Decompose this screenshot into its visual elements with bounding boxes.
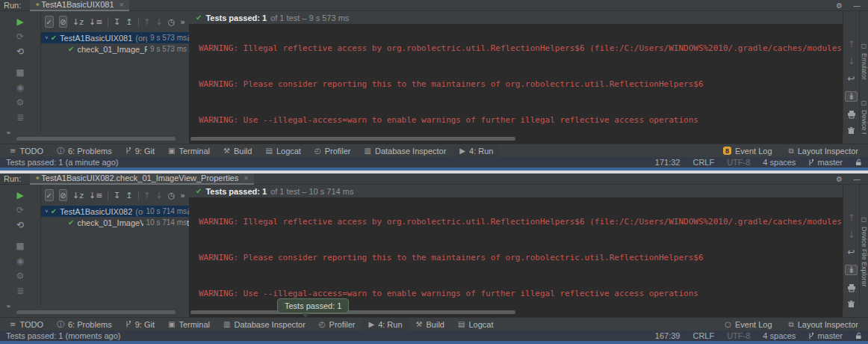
import-tests-button[interactable]: ≣	[16, 113, 24, 122]
minimize-icon[interactable]: —	[853, 1, 861, 10]
tool-window-button-emulator[interactable]: ▢Emulator	[861, 43, 868, 80]
collapse-all-icon[interactable]: ↥	[125, 191, 132, 200]
stop-button[interactable]: ■	[16, 68, 24, 77]
tool-window-button-database-inspector[interactable]: ▥Database Inspector	[217, 318, 312, 331]
test-history-icon[interactable]: ◷	[168, 18, 176, 26]
layout-inspector-button[interactable]: ⧉Layout Inspector	[782, 318, 865, 331]
lock-icon[interactable]	[855, 159, 862, 166]
console-horizontal-scrollbar[interactable]	[190, 310, 515, 314]
line-separator[interactable]: CRLF	[692, 331, 714, 340]
previous-failed-icon[interactable]: ↑	[143, 191, 150, 200]
tool-window-button-run[interactable]: ▶4: Run	[362, 318, 409, 331]
test-history-icon[interactable]: ◷	[168, 191, 176, 200]
indent-setting[interactable]: 4 spaces	[763, 158, 796, 167]
tool-window-button-problems[interactable]: ⓘ6: Problems	[50, 144, 119, 158]
sort-by-duration-icon[interactable]: ↓≡	[89, 191, 102, 200]
rerun-button[interactable]: ▶	[16, 17, 23, 26]
expand-all-icon[interactable]: ↧	[114, 191, 120, 200]
toolbar-more-icon[interactable]: »	[180, 17, 185, 27]
caret-position[interactable]: 167:39	[655, 331, 681, 340]
rerun-button[interactable]: ▶	[16, 191, 23, 200]
up-stacktrace-icon[interactable]: ↑	[847, 213, 855, 222]
collapse-all-icon[interactable]: ↥	[125, 18, 132, 26]
tool-window-button-git[interactable]: 9: Git	[119, 144, 161, 158]
caret-position[interactable]: 171:32	[655, 158, 681, 167]
tool-window-button-todo[interactable]: ≡TODO	[3, 318, 50, 331]
next-failed-icon[interactable]: ↓	[155, 191, 162, 200]
panel-controls: ⚙ —	[836, 175, 861, 183]
sort-alphabetically-icon[interactable]: ↓z	[72, 18, 84, 26]
minimize-icon[interactable]: —	[853, 175, 861, 183]
event-log-button[interactable]: 8Event Log	[716, 144, 779, 158]
tool-window-button-build[interactable]: ⚒Build	[217, 144, 258, 158]
tool-window-button-logcat[interactable]: ▤Logcat	[451, 318, 500, 331]
tree-horizontal-scrollbar[interactable]	[16, 137, 176, 141]
run-config-tab[interactable]: ◂▸ TestA1BasicUIX082.check_01_ImageView_…	[30, 173, 253, 185]
tree-horizontal-scrollbar[interactable]	[16, 310, 176, 314]
rerun-failed-tests-button[interactable]: ⟳	[16, 32, 24, 41]
expand-all-icon[interactable]: ↧	[114, 18, 120, 26]
rerun-failed-tests-button[interactable]: ⟳	[16, 206, 24, 215]
gear-icon[interactable]: ⚙	[836, 175, 843, 183]
run-config-tab[interactable]: ◂▸ TestA1BasicUIX081 ×	[30, 0, 129, 11]
tool-window-button-terminal[interactable]: ▣Terminal	[161, 318, 217, 331]
down-stacktrace-icon[interactable]: ↓	[847, 230, 855, 239]
toggle-auto-test-button[interactable]: ⟲	[16, 47, 24, 56]
sort-by-duration-icon[interactable]: ↓≡	[89, 18, 102, 26]
indent-setting[interactable]: 4 spaces	[763, 331, 796, 340]
tool-window-button-problems[interactable]: ⓘ6: Problems	[50, 318, 119, 331]
build-hammer-icon: ⚒	[223, 147, 230, 155]
show-ignored-toggle[interactable]: ⊘	[59, 189, 68, 201]
tool-window-button-terminal[interactable]: ▣Terminal	[161, 144, 217, 158]
screenshot-button[interactable]: ◉	[16, 257, 24, 265]
git-branch-widget[interactable]: master	[808, 331, 843, 340]
tool-window-button-run[interactable]: ▶4: Run	[453, 144, 500, 158]
tool-window-button-git[interactable]: 9: Git	[119, 318, 161, 331]
layout-inspector-button[interactable]: ⧉Layout Inspector	[782, 144, 865, 158]
tool-window-button-todo[interactable]: ≡TODO	[3, 144, 50, 158]
up-stacktrace-icon[interactable]: ↑	[847, 40, 855, 49]
test-settings-button[interactable]: ⚙	[16, 98, 25, 107]
down-stacktrace-icon[interactable]: ↓	[847, 57, 855, 66]
print-icon[interactable]	[847, 283, 856, 292]
console-horizontal-scrollbar[interactable]	[190, 137, 515, 141]
line-separator[interactable]: CRLF	[692, 158, 714, 167]
test-settings-button[interactable]: ⚙	[16, 271, 25, 280]
show-passed-toggle[interactable]: ✓	[45, 189, 54, 201]
import-tests-button[interactable]: ≣	[16, 286, 24, 295]
toolbar-more-icon[interactable]: »	[180, 191, 185, 200]
tool-window-button-logcat[interactable]: ▤Logcat	[258, 144, 307, 158]
test-tree-root-row[interactable]: ˅ ✔ TestA1BasicUIX082 (org.aplas.basica …	[41, 206, 189, 217]
tool-window-button-profiler[interactable]: ◴Profiler	[312, 318, 362, 331]
test-tree-child-row[interactable]: ✔ check_01_ImageView_Properties 10 s 714…	[41, 217, 189, 228]
toggle-auto-test-button[interactable]: ⟲	[16, 221, 24, 230]
print-icon[interactable]	[847, 110, 856, 119]
tool-window-button-profiler[interactable]: ◴Profiler	[308, 144, 358, 158]
soft-wrap-icon[interactable]: ↩	[847, 74, 855, 83]
git-branch-widget[interactable]: master	[808, 158, 843, 167]
soft-wrap-icon[interactable]: ↩	[847, 248, 855, 257]
screenshot-button[interactable]: ◉	[16, 83, 24, 92]
show-passed-toggle[interactable]: ✓	[45, 16, 54, 28]
file-encoding[interactable]: UTF-8	[727, 331, 750, 340]
chevron-down-icon[interactable]: ˅	[45, 208, 49, 215]
stop-button[interactable]: ■	[16, 242, 24, 251]
scroll-to-end-icon[interactable]: ↡	[845, 91, 858, 102]
gear-icon[interactable]: ⚙	[836, 1, 843, 10]
close-icon[interactable]: ×	[244, 173, 248, 182]
show-ignored-toggle[interactable]: ⊘	[59, 16, 68, 28]
test-tree-root-row[interactable]: ˅ ✔ TestA1BasicUIX081 (org.aplas.basica …	[41, 32, 189, 43]
chevron-down-icon[interactable]: ˅	[45, 34, 49, 41]
tool-window-button-device-file-explorer[interactable]: ▢Device File Explorer	[861, 216, 868, 287]
event-log-button[interactable]: ○Event Log	[718, 318, 778, 331]
test-tree-child-row[interactable]: ✔ check_01_Image_Resources 9 s 573 ms	[41, 43, 189, 55]
lock-icon[interactable]	[855, 332, 862, 340]
scroll-to-end-icon[interactable]: ↡	[845, 265, 858, 275]
file-encoding[interactable]: UTF-8	[727, 158, 750, 167]
tool-window-button-database-inspector[interactable]: ▥Database Inspector	[358, 144, 453, 158]
previous-failed-icon[interactable]: ↑	[143, 18, 150, 26]
tool-window-button-build[interactable]: ⚒Build	[409, 318, 451, 331]
sort-alphabetically-icon[interactable]: ↓z	[72, 191, 84, 200]
close-icon[interactable]: ×	[120, 0, 124, 9]
next-failed-icon[interactable]: ↓	[155, 18, 162, 26]
